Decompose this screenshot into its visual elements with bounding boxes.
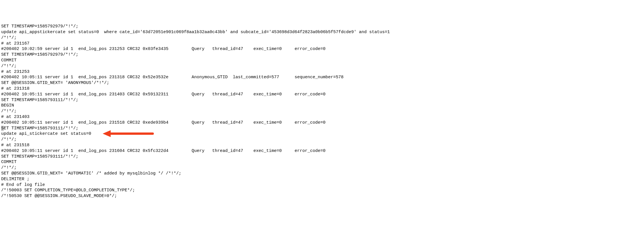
log-line: #200402 10:05:11 server id 1 end_log_pos… [1, 92, 643, 97]
log-line: # at 231318 [1, 86, 643, 92]
svg-marker-1 [103, 130, 111, 137]
log-line: /*!*/; [1, 165, 643, 171]
log-line: SET @@SESSION.GTID_NEXT= 'ANONYMOUS'/*!*… [1, 80, 643, 86]
log-line: /*!*/; [1, 137, 643, 142]
log-line: BEGIN [1, 103, 643, 109]
log-line: # End of log file [1, 182, 643, 188]
log-line: # at 231518 [1, 142, 643, 148]
arrow-left-icon [103, 130, 154, 138]
log-line: /*!50003 SET COMPLETION_TYPE=@OLD_COMPLE… [1, 188, 643, 193]
log-line: #200402 10:05:11 server id 1 end_log_pos… [1, 148, 643, 154]
log-line: SET @@SESSION.GTID_NEXT= 'AUTOMATIC' /* … [1, 171, 643, 176]
log-line: #200402 10:05:11 server id 1 end_log_pos… [1, 75, 643, 80]
log-line: SET TIMESTAMP=1585793111/*!*/; [1, 154, 643, 160]
log-line: COMMIT [1, 58, 643, 63]
log-line: SET TIMESTAMP=1585793111/*!*/; [1, 97, 643, 103]
log-line: SET TIMESTAMP=1585792979/*!*/; [1, 24, 643, 29]
log-line: COMMIT [1, 159, 643, 165]
log-output: SET TIMESTAMP=1585792979/*!*/;update api… [1, 24, 643, 199]
log-line: /*!*/; [1, 109, 643, 114]
log-line-highlighted: SET TIMESTAMP=1585793111/*!*/; [1, 126, 643, 131]
log-line: SET TIMESTAMP=1585792979/*!*/; [1, 52, 643, 58]
log-line-arrow-target: update api_stickercate set status=0 [1, 131, 643, 137]
log-line: #200402 10:02:59 server id 1 end_log_pos… [1, 46, 643, 52]
log-line: #200402 10:05:11 server id 1 end_log_pos… [1, 120, 643, 126]
log-line: /*!*/; [1, 35, 643, 41]
log-line: DELIMITER ; [1, 176, 643, 182]
log-line: /*!50530 SET @@SESSION.PSEUDO_SLAVE_MODE… [1, 193, 643, 199]
log-line: # at 231403 [1, 114, 643, 120]
log-line: update api_appstickercate set status=0 w… [1, 29, 643, 35]
cursor-highlight: S [1, 126, 4, 131]
log-line: # at 231253 [1, 69, 643, 75]
log-line: # at 231167 [1, 41, 643, 47]
log-line: /*!*/; [1, 63, 643, 69]
annotation-arrow [103, 134, 154, 134]
